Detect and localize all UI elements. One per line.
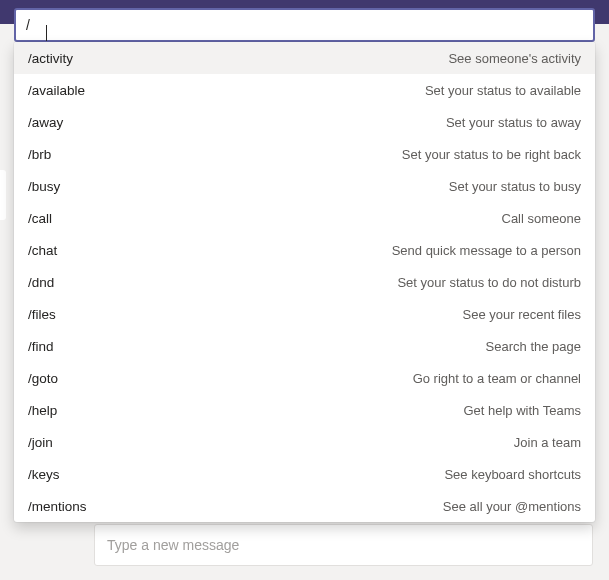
command-description: See keyboard shortcuts bbox=[444, 467, 581, 482]
command-name: /help bbox=[28, 403, 57, 418]
command-name: /join bbox=[28, 435, 53, 450]
command-row[interactable]: /keysSee keyboard shortcuts bbox=[14, 458, 595, 490]
command-description: Set your status to busy bbox=[449, 179, 581, 194]
command-name: /files bbox=[28, 307, 56, 322]
command-name: /busy bbox=[28, 179, 60, 194]
search-box[interactable] bbox=[14, 8, 595, 42]
command-name: /mentions bbox=[28, 499, 87, 514]
command-bar bbox=[14, 8, 595, 42]
command-name: /dnd bbox=[28, 275, 54, 290]
command-description: See someone's activity bbox=[448, 51, 581, 66]
command-description: Get help with Teams bbox=[463, 403, 581, 418]
command-description: Set your status to be right back bbox=[402, 147, 581, 162]
command-description: Set your status to do not disturb bbox=[397, 275, 581, 290]
compose-bar[interactable] bbox=[94, 524, 593, 566]
command-row[interactable]: /dndSet your status to do not disturb bbox=[14, 266, 595, 298]
command-row[interactable]: /findSearch the page bbox=[14, 330, 595, 362]
command-row[interactable]: /brbSet your status to be right back bbox=[14, 138, 595, 170]
command-description: Send quick message to a person bbox=[392, 243, 581, 258]
command-row[interactable]: /filesSee your recent files bbox=[14, 298, 595, 330]
command-name: /find bbox=[28, 339, 54, 354]
text-caret bbox=[46, 25, 47, 41]
command-description: Call someone bbox=[502, 211, 582, 226]
search-input[interactable] bbox=[26, 17, 583, 33]
command-row[interactable]: /busySet your status to busy bbox=[14, 170, 595, 202]
command-description: See your recent files bbox=[462, 307, 581, 322]
command-name: /away bbox=[28, 115, 63, 130]
command-name: /activity bbox=[28, 51, 73, 66]
command-description: Set your status to available bbox=[425, 83, 581, 98]
command-description: See all your @mentions bbox=[443, 499, 581, 514]
command-name: /keys bbox=[28, 467, 60, 482]
command-row[interactable]: /gotoGo right to a team or channel bbox=[14, 362, 595, 394]
sidebar-peek bbox=[0, 170, 6, 220]
command-name: /goto bbox=[28, 371, 58, 386]
compose-input[interactable] bbox=[107, 537, 580, 553]
command-row[interactable]: /chatSend quick message to a person bbox=[14, 234, 595, 266]
command-name: /brb bbox=[28, 147, 51, 162]
command-description: Set your status to away bbox=[446, 115, 581, 130]
command-row[interactable]: /availableSet your status to available bbox=[14, 74, 595, 106]
command-description: Search the page bbox=[486, 339, 581, 354]
command-suggestions: /activitySee someone's activity/availabl… bbox=[14, 42, 595, 522]
command-row[interactable]: /activitySee someone's activity bbox=[14, 42, 595, 74]
command-description: Join a team bbox=[514, 435, 581, 450]
command-row[interactable]: /joinJoin a team bbox=[14, 426, 595, 458]
command-name: /chat bbox=[28, 243, 57, 258]
command-row[interactable]: /mentionsSee all your @mentions bbox=[14, 490, 595, 522]
command-row[interactable]: /helpGet help with Teams bbox=[14, 394, 595, 426]
command-row[interactable]: /callCall someone bbox=[14, 202, 595, 234]
command-row[interactable]: /awaySet your status to away bbox=[14, 106, 595, 138]
command-name: /available bbox=[28, 83, 85, 98]
command-description: Go right to a team or channel bbox=[413, 371, 581, 386]
command-name: /call bbox=[28, 211, 52, 226]
